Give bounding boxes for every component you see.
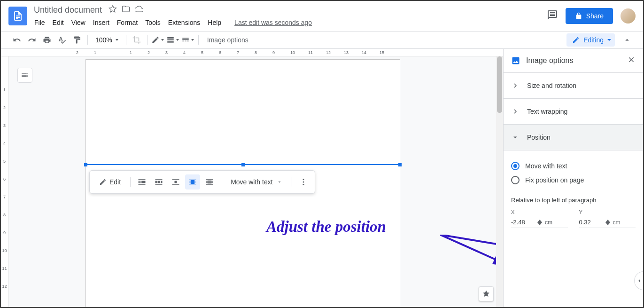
cloud-status-icon[interactable] bbox=[135, 5, 143, 15]
edit-image-button[interactable]: Edit bbox=[93, 175, 126, 189]
resize-handle-center[interactable] bbox=[241, 163, 245, 166]
radio-move-with-text[interactable]: Move with text bbox=[511, 159, 636, 173]
menu-view[interactable]: View bbox=[68, 17, 89, 28]
section-size-rotation[interactable]: Size and rotation bbox=[504, 72, 643, 98]
more-options-icon[interactable] bbox=[296, 174, 311, 190]
print-button[interactable] bbox=[40, 33, 54, 47]
menu-file[interactable]: File bbox=[31, 17, 48, 28]
position-panel: Move with text Fix position on page Rela… bbox=[504, 150, 643, 237]
chevron-down-icon bbox=[511, 133, 520, 142]
user-avatar[interactable] bbox=[621, 8, 636, 24]
border-dash-button[interactable] bbox=[181, 33, 194, 47]
menu-extensions[interactable]: Extensions bbox=[165, 17, 203, 28]
wrap-text-icon[interactable] bbox=[151, 174, 166, 190]
collapse-toolbar-button[interactable] bbox=[621, 33, 634, 47]
radio-icon bbox=[511, 162, 520, 170]
svg-point-2 bbox=[303, 179, 304, 180]
svg-rect-0 bbox=[191, 180, 194, 184]
image-icon bbox=[511, 56, 520, 65]
titlebar: Untitled document File Edit View Insert … bbox=[1, 1, 643, 31]
menu-insert[interactable]: Insert bbox=[90, 17, 113, 28]
x-stepper[interactable] bbox=[537, 220, 542, 225]
menu-help[interactable]: Help bbox=[204, 17, 225, 28]
inline-wrap-icon[interactable] bbox=[134, 174, 149, 190]
share-button[interactable]: Share bbox=[566, 8, 613, 24]
redo-button[interactable] bbox=[25, 33, 39, 47]
image-options-button[interactable]: Image options bbox=[202, 34, 253, 46]
star-icon[interactable] bbox=[109, 5, 117, 15]
svg-line-5 bbox=[440, 235, 503, 265]
x-label: X bbox=[511, 209, 568, 215]
x-unit: cm bbox=[545, 219, 552, 226]
y-unit: cm bbox=[613, 219, 621, 226]
section-position[interactable]: Position bbox=[504, 124, 643, 150]
undo-button[interactable] bbox=[10, 33, 23, 47]
explore-button[interactable] bbox=[479, 286, 494, 301]
image-options-sidebar: Image options Size and rotation Text wra… bbox=[503, 49, 643, 307]
editing-mode-dropdown[interactable]: Editing bbox=[566, 33, 615, 47]
last-edit-link[interactable]: Last edit was seconds ago bbox=[231, 17, 315, 28]
chevron-right-icon bbox=[511, 107, 520, 116]
share-label: Share bbox=[586, 12, 604, 20]
annotation-arrow-2 bbox=[440, 235, 503, 263]
zoom-dropdown[interactable]: 100% bbox=[92, 34, 122, 46]
paint-format-button[interactable] bbox=[70, 33, 84, 47]
image-floating-toolbar: Edit Move with text bbox=[89, 170, 315, 194]
border-weight-button[interactable] bbox=[166, 33, 179, 47]
section-text-wrapping[interactable]: Text wrapping bbox=[504, 98, 643, 124]
vertical-ruler[interactable]: 123456789101112 bbox=[1, 56, 8, 307]
front-text-icon[interactable] bbox=[202, 174, 217, 190]
image-selection[interactable] bbox=[85, 164, 400, 165]
title-area: Untitled document File Edit View Insert … bbox=[31, 4, 547, 28]
horizontal-ruler[interactable]: 21123456789101112131415 bbox=[1, 49, 503, 56]
sidebar-title: Image options bbox=[526, 56, 621, 65]
break-text-icon[interactable] bbox=[168, 174, 183, 190]
docs-logo-icon[interactable] bbox=[8, 7, 27, 25]
svg-line-6 bbox=[440, 235, 503, 256]
toolbar: 100% Image options Editing bbox=[1, 31, 643, 49]
y-position-input[interactable] bbox=[579, 219, 603, 226]
annotation-text: Adjust the position bbox=[266, 218, 386, 236]
y-stepper[interactable] bbox=[605, 220, 610, 225]
y-label: Y bbox=[579, 209, 636, 215]
annotation-arrow-1 bbox=[440, 235, 503, 272]
move-folder-icon[interactable] bbox=[122, 5, 130, 15]
outline-toggle-button[interactable] bbox=[17, 68, 32, 83]
chevron-right-icon bbox=[511, 81, 520, 90]
vertical-scrollbar[interactable] bbox=[496, 56, 503, 307]
radio-fix-on-page[interactable]: Fix position on page bbox=[511, 173, 636, 187]
radio-icon bbox=[511, 176, 520, 184]
svg-point-4 bbox=[303, 184, 304, 185]
menu-edit[interactable]: Edit bbox=[49, 17, 67, 28]
menu-format[interactable]: Format bbox=[114, 17, 141, 28]
crop-button[interactable] bbox=[130, 33, 143, 47]
spellcheck-button[interactable] bbox=[55, 33, 69, 47]
border-color-button[interactable] bbox=[151, 33, 164, 47]
menu-tools[interactable]: Tools bbox=[142, 17, 164, 28]
resize-handle-right[interactable] bbox=[398, 163, 402, 166]
close-sidebar-button[interactable] bbox=[627, 55, 636, 66]
comments-icon[interactable] bbox=[547, 9, 558, 23]
behind-text-icon[interactable] bbox=[185, 174, 200, 190]
move-with-text-dropdown[interactable]: Move with text bbox=[225, 175, 287, 189]
canvas-area: 21123456789101112131415 123456789101112 … bbox=[1, 49, 503, 307]
svg-point-3 bbox=[303, 182, 304, 183]
relative-to-label: Relative to top left of paragraph bbox=[511, 197, 636, 204]
svg-rect-1 bbox=[208, 180, 211, 184]
document-title[interactable]: Untitled document bbox=[31, 4, 105, 16]
resize-handle-left[interactable] bbox=[84, 163, 87, 166]
menubar: File Edit View Insert Format Tools Exten… bbox=[31, 17, 547, 28]
x-position-input[interactable] bbox=[511, 219, 535, 226]
